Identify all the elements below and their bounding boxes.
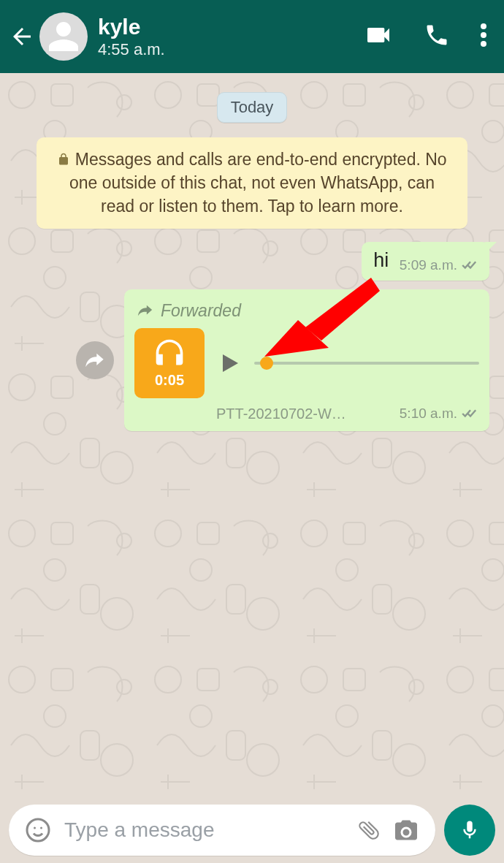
double-check-icon [462,259,479,271]
forward-arrow-icon [85,350,105,370]
play-icon [216,350,243,376]
last-seen: 4:55 a.m. [98,40,364,59]
play-button[interactable] [216,350,243,376]
message-input[interactable] [64,818,351,842]
svg-point-2 [481,41,486,47]
svg-point-11 [27,819,49,841]
camera-icon [393,817,419,843]
message-input-bar [0,797,504,863]
contact-name: kyle [98,15,364,39]
date-pill: Today [217,92,288,123]
lock-icon [57,153,70,166]
audio-duration: 0:05 [155,372,184,389]
svg-point-0 [481,23,486,29]
message-text: hi [373,249,389,271]
camera-button[interactable] [393,817,419,843]
message-row: Forwarded 0:05 PTT-20210702-W… [15,289,489,431]
audio-thumbnail: 0:05 [134,328,205,398]
avatar[interactable] [39,12,88,61]
chat-area: Today Messages and calls are end-to-end … [0,73,504,797]
forwarded-icon [137,303,153,319]
svg-point-12 [34,827,36,829]
emoji-icon [25,817,51,843]
attach-button[interactable] [356,818,381,843]
double-check-icon [462,408,479,419]
attach-icon [351,813,386,848]
voice-call-button[interactable] [424,22,450,51]
message-time: 5:10 a.m. [400,406,457,422]
back-button[interactable] [9,23,35,50]
audio-progress-slider[interactable] [254,362,479,365]
encryption-text: Messages and calls are end-to-end encryp… [69,150,447,216]
message-row: hi 5:09 a.m. [15,242,489,281]
progress-thumb[interactable] [260,357,273,370]
encryption-banner[interactable]: Messages and calls are end-to-end encryp… [37,137,467,229]
mic-icon [459,819,481,841]
chat-header: kyle 4:55 a.m. [0,0,504,73]
forwarded-label: Forwarded [137,301,479,321]
svg-point-13 [40,827,42,829]
message-bubble-outgoing[interactable]: hi 5:09 a.m. [362,242,489,281]
message-time: 5:09 a.m. [400,257,457,273]
video-call-button[interactable] [364,20,393,53]
forwarded-text: Forwarded [161,301,241,321]
audio-filename: PTT-20210702-W… [216,406,346,422]
forward-button[interactable] [76,341,114,379]
audio-message-bubble[interactable]: Forwarded 0:05 PTT-20210702-W… [124,289,489,431]
more-menu-button[interactable] [481,23,486,50]
input-pill [9,805,435,856]
mic-button[interactable] [444,805,495,856]
emoji-button[interactable] [25,817,51,843]
headphones-icon [153,337,186,369]
svg-point-1 [481,32,486,38]
contact-info[interactable]: kyle 4:55 a.m. [98,15,364,59]
